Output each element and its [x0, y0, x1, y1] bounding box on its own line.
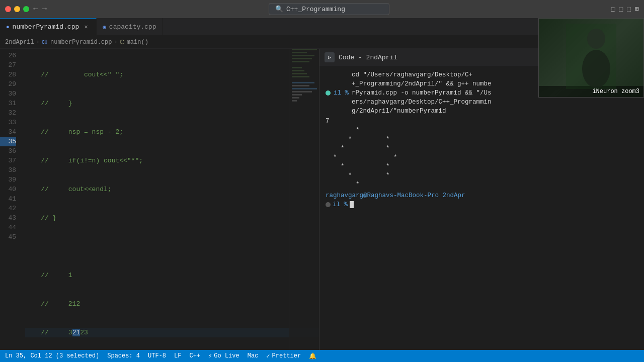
ln-34: 34	[0, 127, 16, 137]
svg-rect-12	[292, 91, 312, 93]
titlebar: ← → 🔍 C++_Programming ⬚ ⬚ ⬚ ⊞	[0, 0, 644, 18]
editor[interactable]: 26 27 28 29 30 31 32 33 34 35 36 37 38 3…	[0, 49, 319, 350]
code-line-30: // cout<<endl;	[25, 185, 319, 194]
status-le-text[interactable]: LF	[174, 352, 181, 359]
ln-42: 42	[0, 204, 16, 213]
code-line-28: // nsp = nsp - 2;	[25, 127, 319, 137]
terminal-icon: ⊳	[325, 52, 335, 62]
line-numbers: 26 27 28 29 30 31 32 33 34 35 36 37 38 3…	[0, 49, 21, 350]
forward-arrow[interactable]: →	[42, 5, 47, 14]
ln-27: 27	[0, 60, 16, 70]
status-language: C++	[189, 352, 200, 359]
ln-32: 32	[0, 108, 16, 118]
panel-title: Code - 2ndApril	[339, 54, 397, 61]
ln-39: 39	[0, 175, 16, 185]
status-line-ending: LF	[174, 352, 181, 359]
ln-31: 31	[0, 99, 16, 108]
status-spaces: Spaces: 4	[107, 352, 140, 359]
terminal-user-prompt: raghavgarg@Raghavs-MacBook-Pro 2ndApr	[326, 191, 638, 200]
ln-41: 41	[0, 194, 16, 204]
ln-30: 30	[0, 89, 16, 99]
svg-rect-6	[292, 70, 304, 71]
tab-close-numberPyramid[interactable]: ✕	[82, 23, 90, 31]
svg-rect-18	[566, 24, 616, 89]
status-golive[interactable]: ⚡ Go Live	[208, 352, 239, 360]
nav-arrows: ← →	[33, 5, 47, 14]
breadcrumb-item-2[interactable]: numberPyramid.cpp	[50, 39, 112, 46]
status-prettier[interactable]: ✓ Prettier	[266, 352, 301, 360]
ln-26: 26	[0, 51, 16, 60]
maximize-button[interactable]	[23, 6, 29, 12]
code-line-34: // 212	[25, 299, 319, 309]
code-line-26: // cout<<" ";	[25, 70, 319, 79]
svg-rect-15	[292, 100, 297, 102]
prettier-text: Prettier	[272, 352, 301, 359]
tab-label-2: capacity.cpp	[109, 23, 156, 31]
statusbar: Ln 35, Col 12 (3 selected) Spaces: 4 UTF…	[0, 350, 644, 362]
code-line-31: // }	[25, 213, 319, 223]
status-position-text[interactable]: Ln 35, Col 12 (3 selected)	[5, 352, 99, 359]
os-text[interactable]: Mac	[248, 352, 259, 359]
svg-rect-5	[292, 67, 302, 68]
breadcrumb-item-1[interactable]: 2ndApril	[5, 39, 34, 46]
bell-icon: 🔔	[309, 352, 316, 360]
svg-rect-1	[292, 52, 307, 53]
svg-rect-13	[292, 94, 302, 96]
code-line-29: // if(i!=n) cout<<"*";	[25, 156, 319, 165]
status-os: Mac	[248, 352, 259, 359]
close-button[interactable]	[5, 6, 11, 12]
title-search: 🔍 C++_Programming	[51, 3, 607, 15]
minimap	[289, 49, 319, 350]
svg-rect-10	[292, 85, 309, 86]
ln-28: 28	[0, 70, 16, 79]
code-editor-content[interactable]: // cout<<" "; // } // nsp = nsp - 2; // …	[21, 49, 319, 350]
code-line-32	[25, 242, 319, 251]
webcam-overlay: iNeuron zoom3	[538, 18, 644, 98]
terminal-indicator-2	[326, 202, 331, 207]
breadcrumb-icon-cpp: C⃣	[42, 39, 48, 45]
status-spaces-text[interactable]: Spaces: 4	[107, 352, 140, 359]
breadcrumb-sep-2: ›	[114, 39, 117, 46]
terminal[interactable]: il % cd "/Users/raghavgarg/Desktop/C++_P…	[319, 66, 644, 350]
svg-rect-8	[292, 76, 309, 77]
layout-icon-3[interactable]: ⬚	[627, 5, 631, 13]
code-line-33: // 1	[25, 270, 319, 280]
terminal-cursor	[350, 201, 354, 208]
layout-icon-2[interactable]: ⬚	[619, 5, 623, 13]
ln-45: 45	[0, 232, 16, 242]
svg-rect-14	[292, 97, 299, 99]
status-bell[interactable]: 🔔	[309, 352, 316, 360]
ln-38: 38	[0, 165, 16, 175]
person-silhouette	[566, 24, 616, 89]
golive-text: Go Live	[214, 352, 239, 359]
minimize-button[interactable]	[14, 6, 20, 12]
layout-icon-1[interactable]: ⬚	[611, 5, 615, 13]
svg-rect-0	[292, 49, 317, 50]
window-controls	[5, 6, 29, 12]
webcam-feed: iNeuron zoom3	[539, 19, 643, 97]
ln-37: 37	[0, 156, 16, 165]
tab-capacity[interactable]: ◉ capacity.cpp	[97, 18, 163, 35]
terminal-stars: * * * * * * * * * * * *	[326, 126, 638, 189]
tab-numberPyramid[interactable]: ● numberPyramid.cpp ✕	[0, 18, 97, 35]
status-encoding: UTF-8	[148, 352, 166, 359]
terminal-command: cd "/Users/raghavgarg/Desktop/C++_Progra…	[352, 70, 492, 116]
search-box[interactable]: 🔍 C++_Programming	[269, 3, 389, 15]
search-icon: 🔍	[275, 5, 283, 13]
search-text: C++_Programming	[286, 6, 345, 13]
terminal-prompt-2: il %	[333, 200, 348, 209]
layout-icon-4[interactable]: ⊞	[635, 5, 639, 13]
title-right-icons: ⬚ ⬚ ⬚ ⊞	[611, 5, 639, 13]
back-arrow[interactable]: ←	[33, 5, 38, 14]
breadcrumb-item-3[interactable]: main()	[127, 39, 148, 46]
code-area: 26 27 28 29 30 31 32 33 34 35 36 37 38 3…	[0, 49, 319, 350]
svg-rect-7	[292, 73, 307, 74]
terminal-active-dot	[326, 90, 331, 96]
ln-35: 35	[0, 137, 16, 146]
status-lang-text[interactable]: C++	[189, 352, 200, 359]
status-encoding-text[interactable]: UTF-8	[148, 352, 166, 359]
terminal-cursor-line: il %	[326, 200, 638, 209]
breadcrumb-icon-fn: ⬡	[120, 39, 125, 45]
breadcrumb-sep-1: ›	[36, 39, 40, 46]
status-position: Ln 35, Col 12 (3 selected)	[5, 352, 99, 359]
